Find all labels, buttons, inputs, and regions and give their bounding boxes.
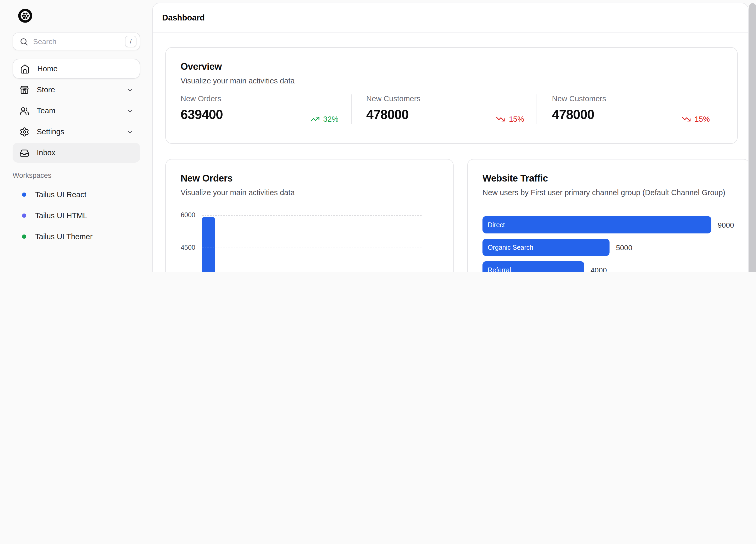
bar-column: Aug (334, 215, 346, 272)
bar-column: Apr (259, 215, 271, 272)
overview-card: Overview Visualize your main activities … (165, 47, 738, 144)
sidebar-item-label: Store (37, 86, 55, 94)
workspaces-heading: Workspaces (13, 172, 140, 180)
page-content: Overview Visualize your main activities … (153, 33, 748, 272)
workspace-label: Tailus UI Themer (35, 233, 93, 241)
website-traffic-card: Website Traffic New users by First user … (467, 159, 749, 272)
stat-label: New Customers (366, 94, 496, 103)
stat-trend-down: 15% (496, 114, 524, 124)
new-orders-chart-subtitle: Visualize your main activities data (181, 188, 438, 197)
workspace-label: Tailus UI React (35, 191, 86, 199)
stat-change: 15% (509, 115, 524, 123)
stat-new-orders: New Orders 639400 32% (181, 94, 351, 124)
traffic-row: Organic Search5000 (482, 239, 734, 256)
y-tick-label: 4500 (181, 244, 195, 252)
traffic-bar-label: Direct (488, 221, 505, 229)
stat-trend-up: 32% (310, 114, 338, 124)
gear-icon (19, 127, 29, 137)
stat-new-customers-2: New Customers 478000 15% (537, 94, 722, 124)
chevron-down-icon (126, 107, 134, 115)
page-title: Dashboard (162, 13, 205, 22)
workspace-dot (22, 235, 26, 239)
scrollbar-track[interactable] (749, 0, 756, 272)
search-icon (19, 37, 28, 46)
y-tick-label: 6000 (181, 212, 195, 219)
traffic-bar-label: Referral (488, 266, 511, 272)
workspace-item-tailus-ui-themer[interactable]: Tailus UI Themer (13, 226, 140, 247)
charts-row: New Orders Visualize your main activitie… (165, 159, 738, 272)
sidebar: Search / Home Store (0, 0, 152, 272)
workspace-label: Tailus UI HTML (35, 212, 87, 220)
bar-column: May (277, 215, 290, 272)
sidebar-item-label: Home (37, 65, 57, 73)
workspace-dot (22, 214, 26, 218)
traffic-row: Referral4000 (482, 261, 734, 272)
inbox-icon (19, 148, 29, 158)
gridline (202, 215, 422, 216)
stat-change: 32% (323, 115, 338, 123)
gridline (202, 248, 422, 249)
bar-column: Oct (371, 215, 384, 272)
bar-column: Jun (296, 215, 309, 272)
sidebar-item-label: Settings (37, 128, 64, 136)
chevron-down-icon (126, 86, 134, 94)
website-traffic-title: Website Traffic (482, 173, 734, 184)
main-panel: Dashboard Overview Visualize your main a… (152, 3, 749, 272)
search-input[interactable]: Search / (13, 33, 140, 50)
bar-column: Jan (202, 215, 215, 272)
bar-column: Feb (221, 215, 234, 272)
home-icon (20, 64, 30, 74)
sidebar-item-inbox[interactable]: Inbox (13, 143, 140, 163)
team-icon (19, 106, 29, 116)
trending-down-icon (681, 114, 691, 124)
search-placeholder: Search (33, 37, 125, 46)
search-shortcut-key: / (125, 36, 137, 47)
app-screen: Search / Home Store (0, 0, 756, 272)
scrollbar-thumb[interactable] (749, 3, 756, 272)
new-orders-chart-card: New Orders Visualize your main activitie… (165, 159, 454, 272)
traffic-bar-direct: Direct (482, 216, 711, 234)
app-logo-icon[interactable] (17, 8, 33, 24)
bar-column: Dec (409, 215, 422, 272)
workspace-item-tailus-ui-html[interactable]: Tailus UI HTML (13, 205, 140, 226)
traffic-bar-referral: Referral (482, 261, 584, 272)
overview-subtitle: Visualize your main activities data (181, 77, 722, 85)
stat-new-customers-1: New Customers 478000 15% (351, 94, 537, 124)
trending-down-icon (496, 114, 505, 124)
chevron-down-icon (126, 128, 134, 136)
sidebar-item-label: Inbox (37, 149, 55, 157)
new-orders-bars: JanFebMarAprMayJunJulAugSepOctNovDec (202, 215, 422, 272)
bar-column: Sep (353, 215, 365, 272)
website-traffic-bars: Direct9000Organic Search5000Referral4000… (482, 216, 734, 272)
traffic-bar-value: 4000 (591, 266, 607, 272)
stat-label: New Customers (552, 94, 681, 103)
traffic-bar-value: 9000 (718, 221, 734, 229)
traffic-bar-organic-search: Organic Search (482, 239, 610, 256)
traffic-row: Direct9000 (482, 216, 734, 234)
store-icon (19, 85, 29, 95)
workspace-dot (22, 193, 26, 197)
bar-column: Mar (240, 215, 252, 272)
sidebar-nav: Home Store Team (13, 59, 140, 163)
stat-value: 639400 (181, 107, 310, 122)
stat-value: 478000 (366, 107, 496, 122)
overview-title: Overview (181, 61, 722, 72)
sidebar-item-team[interactable]: Team (13, 101, 140, 121)
bar-jan (202, 217, 215, 272)
workspace-item-tailus-ui-react[interactable]: Tailus UI React (13, 184, 140, 205)
new-orders-chart: 60004500300015000 JanFebMarAprMayJunJulA… (181, 215, 438, 272)
bar-column: Jul (315, 215, 328, 272)
stat-value: 478000 (552, 107, 681, 122)
sidebar-item-label: Team (37, 107, 55, 115)
traffic-bar-label: Organic Search (488, 244, 533, 251)
new-orders-y-axis: 60004500300015000 (181, 215, 202, 272)
page-header: Dashboard (153, 3, 748, 33)
sidebar-item-store[interactable]: Store (13, 80, 140, 100)
sidebar-item-home[interactable]: Home (13, 59, 140, 79)
bar-column: Nov (390, 215, 403, 272)
website-traffic-subtitle: New users by First user primary channel … (482, 188, 734, 197)
overview-stats: New Orders 639400 32% New Customers (181, 94, 722, 124)
stat-trend-down: 15% (681, 114, 710, 124)
sidebar-item-settings[interactable]: Settings (13, 122, 140, 142)
workspace-list: Tailus UI React Tailus UI HTML Tailus UI… (13, 184, 140, 247)
